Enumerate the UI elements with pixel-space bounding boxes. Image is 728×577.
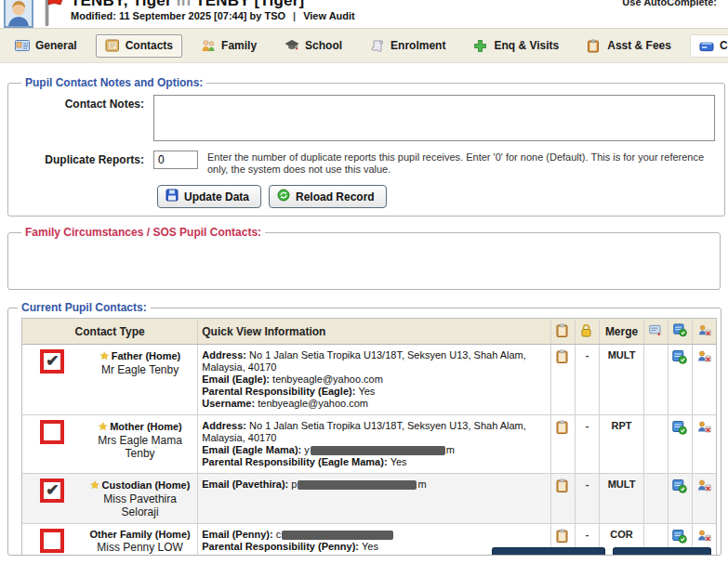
remove-contact-icon[interactable] xyxy=(696,349,711,364)
cut-off-button[interactable] xyxy=(613,547,711,555)
report-column-icon xyxy=(556,323,570,338)
approve-column-icon xyxy=(673,322,687,337)
contact-select-checkbox[interactable]: ✔ xyxy=(40,420,64,444)
pupil-preferred-name: TENBY [Tiger] xyxy=(195,0,304,9)
tab-school[interactable]: School xyxy=(275,34,351,58)
duplicate-reports-input[interactable] xyxy=(153,151,198,169)
current-contacts-section: Current Pupil Contacts: Contact Type Qui… xyxy=(7,301,721,556)
contacts-table: Contact Type Quick View Information Merg… xyxy=(21,318,717,556)
contact-type-label: Other Family (Home) xyxy=(90,529,191,540)
contacts-icon xyxy=(105,39,120,53)
contact-row: ✔ ★Custodian (Home) Miss Pavethira Selor… xyxy=(22,474,717,524)
reload-record-button[interactable]: Reload Record xyxy=(269,185,387,208)
contact-name: Mr Eagle Tenby xyxy=(86,363,193,376)
modified-line: Modified: 11 September 2025 [07:44] by T… xyxy=(71,10,355,21)
contact-name: Miss Penny LOW xyxy=(86,541,193,554)
redacted-text xyxy=(298,480,417,490)
export-column-icon xyxy=(649,323,663,338)
approve-contact-icon[interactable] xyxy=(672,479,687,493)
tab-label: Enrolment xyxy=(390,39,445,52)
tab-family[interactable]: Family xyxy=(192,34,266,58)
enq-visits-icon xyxy=(473,39,488,53)
quick-view-info: Address: No 1 Jalan Setia Tropika U13/18… xyxy=(198,345,551,415)
tab-enq-visits[interactable]: Enq & Visits xyxy=(464,34,568,58)
contacts-table-header: Contact Type Quick View Information Merg… xyxy=(22,319,717,345)
census-icon xyxy=(699,39,714,53)
save-icon xyxy=(165,189,179,204)
quick-view-line: Parental Responsibility (Eagle Mama): Ye… xyxy=(202,456,547,468)
quick-view-line: Address: No 1 Jalan Setia Tropika U13/18… xyxy=(202,420,547,444)
quick-view-line: Email (Eagle Mama): ym xyxy=(202,444,547,456)
contact-row: ✔ ★Father (Home) Mr Eagle Tenby Address:… xyxy=(22,345,717,415)
view-audit-link[interactable]: View Audit xyxy=(303,10,355,21)
update-data-label: Update Data xyxy=(184,190,249,203)
pupil-record-page: TENBY, Tiger in TENBY [Tiger] Modified: … xyxy=(0,0,728,577)
tab-census[interactable]: Census xyxy=(690,34,728,58)
report-icon[interactable] xyxy=(556,349,571,364)
approve-contact-icon[interactable] xyxy=(672,529,687,544)
tab-general[interactable]: General xyxy=(6,34,86,58)
remove-contact-icon[interactable] xyxy=(696,420,711,435)
update-data-button[interactable]: Update Data xyxy=(157,185,261,208)
school-icon xyxy=(285,39,299,53)
tab-enrolment[interactable]: Enrolment xyxy=(361,34,455,58)
col-lock xyxy=(576,319,600,345)
family-icon xyxy=(201,39,216,53)
notes-options-section: Pupil Contact Notes and Options: Contact… xyxy=(7,76,725,216)
remove-contact-icon[interactable] xyxy=(696,529,711,544)
merge-code: MULT xyxy=(600,345,644,415)
quick-view-line: Email (Pavethira): pm xyxy=(202,479,547,491)
lock-status: - xyxy=(576,474,600,524)
col-export xyxy=(644,319,668,345)
contact-notes-input[interactable] xyxy=(153,95,715,141)
family-circumstances-empty xyxy=(16,241,712,283)
approve-contact-icon[interactable] xyxy=(672,420,687,435)
contact-select-checkbox[interactable]: ✔ xyxy=(40,529,64,553)
contact-type-label: Mother (Home) xyxy=(110,421,182,432)
flag-icon xyxy=(41,0,65,28)
family-circumstances-section: Family Circumstances / SOS Pupil Contact… xyxy=(7,226,721,290)
col-merge: Merge xyxy=(600,319,644,345)
remove-column-icon xyxy=(697,323,711,338)
quick-view-info: Address: No 1 Jalan Setia Tropika U13/18… xyxy=(198,415,551,474)
redacted-text xyxy=(282,531,393,540)
tab-label: General xyxy=(35,39,77,52)
redacted-text xyxy=(264,555,390,556)
contact-type-label: Custodian (Home) xyxy=(102,479,191,491)
col-remove xyxy=(692,319,716,345)
remove-contact-icon[interactable] xyxy=(696,479,711,493)
star-icon: ★ xyxy=(99,349,110,362)
contact-name: Mrs Eagle Mama Tenby xyxy=(86,434,193,460)
cut-off-button[interactable] xyxy=(492,547,605,555)
pupil-photo[interactable] xyxy=(4,0,33,28)
contact-notes-label: Contact Notes: xyxy=(16,95,153,111)
contact-select-checkbox[interactable]: ✔ xyxy=(40,349,64,374)
tab-label: Census xyxy=(720,39,728,52)
redacted-text xyxy=(311,446,445,455)
reload-record-label: Reload Record xyxy=(296,190,375,203)
merge-code: MULT xyxy=(600,474,644,524)
reload-icon xyxy=(277,189,290,204)
report-icon[interactable] xyxy=(556,479,571,493)
col-approve xyxy=(668,319,692,345)
quick-view-line: Address: No 1 Jalan Setia Tropika U13/18… xyxy=(202,349,547,374)
contact-select-checkbox[interactable]: ✔ xyxy=(40,479,64,503)
report-icon[interactable] xyxy=(556,420,571,435)
pupil-header: TENBY, Tiger in TENBY [Tiger] Modified: … xyxy=(0,0,728,28)
quick-view-info: Email (Pavethira): pm xyxy=(198,474,551,524)
approve-contact-icon[interactable] xyxy=(672,349,687,364)
tab-contacts[interactable]: Contacts xyxy=(96,34,182,58)
current-contacts-legend: Current Pupil Contacts: xyxy=(18,301,151,314)
contact-name: Miss Pavethira Seloraji xyxy=(86,492,193,518)
report-icon[interactable] xyxy=(556,529,571,544)
tab-label: School xyxy=(305,39,342,52)
asst-fees-icon xyxy=(587,39,602,53)
family-circumstances-legend: Family Circumstances / SOS Pupil Contact… xyxy=(21,226,265,239)
duplicate-reports-hint: Enter the number of duplicate reports th… xyxy=(207,151,717,176)
tab-label: Asst & Fees xyxy=(607,39,671,52)
pupil-name: TENBY, Tiger xyxy=(71,0,172,9)
general-icon xyxy=(15,39,30,53)
tab-label: Enq & Visits xyxy=(494,39,559,52)
separator: | xyxy=(293,10,296,21)
tab-asst-fees[interactable]: Asst & Fees xyxy=(577,34,681,58)
